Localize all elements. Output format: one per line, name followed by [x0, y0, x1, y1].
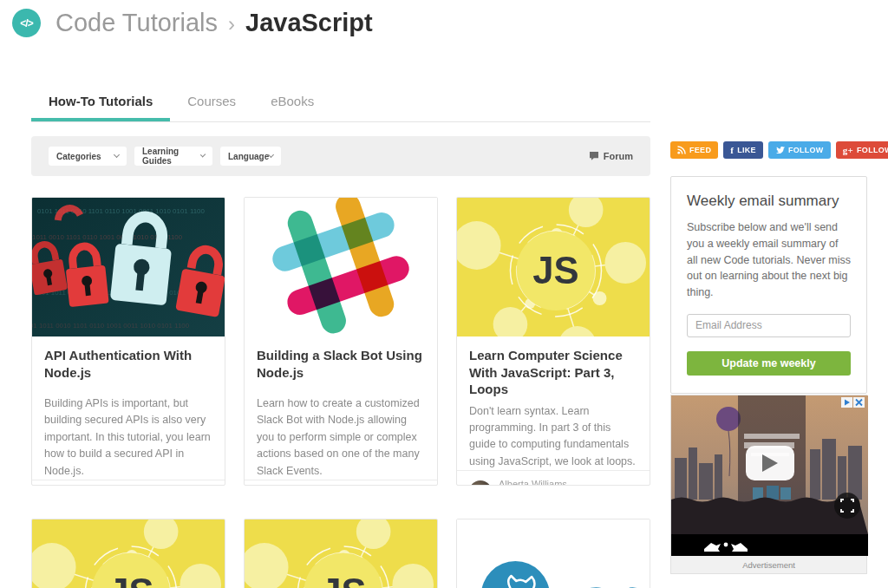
social-button[interactable]: f g+ FEED — [670, 141, 718, 159]
fullscreen-icon — [834, 493, 860, 519]
twitter-icon — [775, 146, 785, 154]
code-tutorials-logo-icon[interactable]: </> — [12, 9, 41, 37]
ad-video-player[interactable] — [671, 395, 866, 556]
tutorial-card[interactable]: 0101 1011 0010 1101 0110 1001 0011 1010 … — [456, 197, 650, 486]
card-body: API Authentication With Node.js Building… — [32, 336, 225, 480]
tab[interactable]: Courses — [170, 84, 253, 121]
card-thumbnail[interactable]: 0101 1011 0010 1101 0110 1001 0011 1010 … — [32, 198, 225, 336]
card-footer: Chinedu Izuchukwu 5 Oct 2017 NODE.JS — [32, 480, 225, 486]
newsletter-body: Subscribe below and we'll send you a wee… — [687, 219, 851, 301]
filter-bar: Categories Learning Guides Language Foru… — [31, 136, 650, 176]
slack-logo-image — [245, 198, 437, 336]
padlocks-security-image: 0101 1011 0010 1101 0110 1001 0011 1010 … — [32, 198, 225, 336]
forum-link[interactable]: Forum — [589, 151, 633, 161]
page-title: JavaScript — [245, 9, 373, 37]
card-title-link[interactable]: Learn Computer Science With JavaScript: … — [469, 347, 637, 398]
breadcrumb-section[interactable]: Code Tutorials — [56, 9, 218, 37]
chat-bubble-icon — [589, 151, 599, 161]
ad-close-icon — [853, 397, 865, 408]
card-thumbnail[interactable]: 0101 1011 0010 1101 0110 1001 0011 1010 … — [32, 519, 225, 588]
email-input[interactable] — [687, 314, 851, 337]
author-avatar — [469, 480, 492, 487]
advertisement-label: Advertisement — [671, 556, 866, 573]
rss-icon — [677, 146, 686, 154]
card-body: Building a Slack Bot Using Node.js Learn… — [245, 336, 437, 480]
card-thumbnail[interactable]: 0101 1011 0010 1101 0110 1001 0011 1010 … — [457, 198, 650, 336]
page-header: </> Code Tutorials › JavaScript — [12, 9, 373, 37]
javascript-network-image: JS — [457, 198, 650, 336]
social-button-row: f g+ FEED f — [670, 141, 867, 159]
card-description: Learn how to create a customized Slack B… — [257, 395, 425, 480]
tutorial-card[interactable]: 0101 1011 0010 1101 0110 1001 0011 1010 … — [244, 519, 438, 588]
facebook-icon: f — [730, 145, 734, 155]
card-footer: Alberta Williams 28 Sep 2017 JAVASCRIPT — [457, 470, 650, 486]
svg-text:yarn: yarn — [551, 569, 650, 588]
chevron-down-icon — [268, 152, 274, 158]
svg-text:JS: JS — [320, 571, 366, 588]
filter-dropdown[interactable]: Categories — [49, 147, 127, 166]
google-plus-icon: g+ — [843, 145, 853, 155]
javascript-network-image: JS — [32, 519, 225, 588]
card-thumbnail[interactable]: 0101 1011 0010 1101 0110 1001 0011 1010 … — [245, 519, 437, 588]
filter-dropdown[interactable]: Language — [220, 147, 281, 166]
filter-dropdown-label: Learning Guides — [142, 147, 201, 166]
javascript-network-image: JS — [245, 519, 437, 588]
svg-text:JS: JS — [108, 571, 153, 588]
newsletter-panel: Weekly email summary Subscribe below and… — [670, 176, 867, 394]
newsletter-title: Weekly email summary — [687, 193, 851, 210]
tutorial-card[interactable]: 0101 1011 0010 1101 0110 1001 0011 1010 … — [31, 197, 225, 486]
social-button-label: LIKE — [737, 146, 756, 154]
yarn-logo-image: yarn — [457, 519, 650, 588]
filter-dropdown[interactable]: Learning Guides — [134, 147, 212, 166]
card-description: Don't learn syntax. Learn programming. I… — [469, 403, 637, 471]
adchoices-icon — [841, 397, 852, 408]
subscribe-button[interactable]: Update me weekly — [687, 351, 851, 376]
tutorial-card[interactable]: 0101 1011 0010 1101 0110 1001 0011 1010 … — [244, 197, 438, 486]
social-button[interactable]: f g+ LIKE — [723, 141, 763, 159]
tab[interactable]: How-To Tutorials — [31, 84, 170, 121]
social-button[interactable]: f g+ FOLLOW — [768, 141, 831, 159]
svg-text:JS: JS — [532, 249, 578, 291]
tab-bar: How-To Tutorials Courses eBooks — [31, 84, 650, 122]
forum-label: Forum — [604, 151, 633, 161]
tutorial-card[interactable]: 0101 1011 0010 1101 0110 1001 0011 1010 … — [31, 519, 225, 588]
tab[interactable]: eBooks — [253, 84, 331, 121]
card-title-link[interactable]: Building a Slack Bot Using Node.js — [257, 347, 425, 390]
author-name: Alberta Williams — [499, 478, 567, 486]
ad-video-frame — [671, 395, 868, 556]
card-body: Learn Computer Science With JavaScript: … — [457, 336, 650, 470]
tutorial-card[interactable]: 0101 1011 0010 1101 0110 1001 0011 1010 … — [456, 519, 650, 588]
card-title-link[interactable]: API Authentication With Node.js — [44, 347, 212, 390]
card-description: Building APIs is important, but building… — [44, 395, 212, 480]
social-button[interactable]: f g+ FOLLOW — [836, 141, 888, 159]
card-thumbnail[interactable]: 0101 1011 0010 1101 0110 1001 0011 1010 … — [457, 519, 650, 588]
card-footer: Jamie Munro 29 Sep 2017 NODE.JS — [245, 480, 437, 486]
filter-dropdown-label: Categories — [56, 152, 101, 161]
filter-dropdown-label: Language — [228, 152, 269, 161]
main-content: Categories Learning Guides Language Foru… — [31, 136, 650, 588]
card-thumbnail[interactable]: 0101 1011 0010 1101 0110 1001 0011 1010 … — [245, 198, 437, 336]
tutorial-card-grid: 0101 1011 0010 1101 0110 1001 0011 1010 … — [31, 197, 650, 588]
social-button-label: FOLLOW — [788, 146, 824, 154]
advertisement-panel: Advertisement — [670, 395, 867, 574]
breadcrumb-separator-icon: › — [228, 10, 235, 36]
social-button-label: FOLLOW — [857, 146, 888, 154]
svg-text:0101 1011 0010 1101 0110 1001: 0101 1011 0010 1101 0110 1001 0011 1010 … — [32, 322, 190, 330]
social-button-label: FEED — [689, 146, 711, 154]
chevron-down-icon — [114, 152, 120, 158]
